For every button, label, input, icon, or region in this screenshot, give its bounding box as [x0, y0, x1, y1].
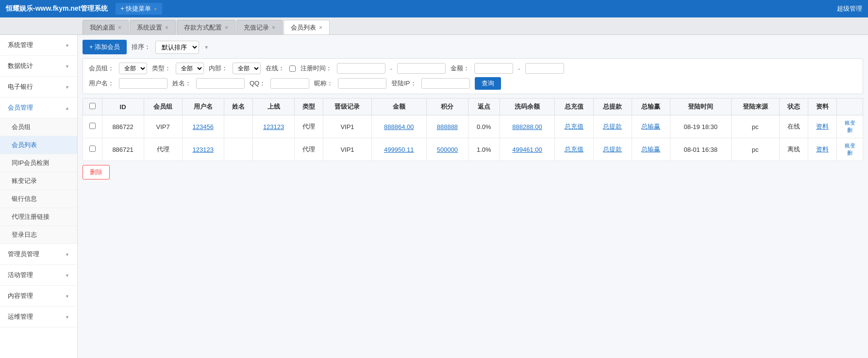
chevron-down-icon	[65, 314, 69, 320]
row-profile[interactable]: 资料	[808, 115, 837, 138]
sidebar-subitem-member-group[interactable]: 会员组	[0, 118, 77, 136]
close-icon[interactable]: ×	[272, 20, 275, 35]
th-type: 类型	[295, 98, 323, 115]
th-checkbox	[83, 98, 102, 115]
type-select[interactable]: 全部	[176, 63, 204, 74]
th-level-record: 晋级记录	[323, 98, 371, 115]
sidebar-subitem-ip-detect[interactable]: 同IP会员检测	[0, 154, 77, 172]
row-rebate: 0.0%	[468, 115, 500, 138]
row-extra[interactable]: 账变删	[837, 138, 863, 161]
row-id: 886721	[102, 138, 144, 161]
group-select[interactable]: 全部	[119, 63, 147, 74]
reg-time-end-input[interactable]	[397, 63, 446, 74]
row-level-record: VIP1	[323, 138, 371, 161]
sort-select[interactable]: 默认排序 ID升序 ID降序 金额升序 金额降序	[155, 41, 199, 54]
login-ip-filter-input[interactable]	[421, 78, 470, 89]
row-username[interactable]: 123456	[182, 115, 224, 138]
row-points[interactable]: 888888	[426, 115, 468, 138]
row-amount[interactable]: 499950.11	[371, 138, 426, 161]
close-icon[interactable]: ×	[165, 20, 168, 35]
row-checkbox[interactable]	[83, 138, 102, 161]
close-icon[interactable]: ×	[319, 20, 322, 35]
chevron-down-icon	[65, 84, 69, 90]
row-extra[interactable]: 账变删	[837, 115, 863, 138]
row-profile[interactable]: 资料	[808, 138, 837, 161]
quick-menu-label: + 快捷菜单	[120, 4, 151, 13]
th-parent: 上线	[253, 98, 295, 115]
quick-menu-button[interactable]: + 快捷菜单	[116, 3, 162, 15]
username-filter-input[interactable]	[119, 78, 167, 89]
close-icon[interactable]: ×	[118, 20, 121, 35]
row-amount[interactable]: 888864.00	[371, 115, 426, 138]
sidebar-item-stats[interactable]: 数据统计	[0, 56, 77, 77]
qq-filter-input[interactable]	[270, 78, 309, 89]
sidebar-item-admin[interactable]: 管理员管理	[0, 244, 77, 265]
member-submenu: 会员组 会员列表 同IP会员检测 账变记录 银行信息 代理注册链接 登录日志	[0, 118, 77, 244]
row-points[interactable]: 500000	[426, 138, 468, 161]
row-checkbox[interactable]	[83, 115, 102, 138]
reg-time-start-input[interactable]	[337, 63, 385, 74]
close-icon[interactable]: ×	[225, 20, 228, 35]
table-row: 886721 代理 123123 代理 VIP1 499950.11 50000…	[83, 138, 863, 161]
row-total-winloss[interactable]: 总输赢	[632, 115, 670, 138]
filter-row-1: 会员组： 全部 类型： 全部 内部： 全部 在线： 注册时间： - 金额	[89, 63, 857, 74]
realname-filter-input[interactable]	[196, 78, 245, 89]
sidebar-subitem-agent-link[interactable]: 代理注册链接	[0, 208, 77, 226]
type-label: 类型：	[152, 64, 171, 73]
row-wash-balance[interactable]: 499461.00	[500, 138, 554, 161]
row-wash-balance[interactable]: 888288.00	[500, 115, 554, 138]
tab-deposit-config[interactable]: 存款方式配置 ×	[177, 20, 235, 34]
tab-label: 充值记录	[244, 20, 269, 35]
nickname-filter-input[interactable]	[338, 78, 386, 89]
tab-my-desk[interactable]: 我的桌面 ×	[83, 20, 129, 34]
row-total-winloss[interactable]: 总输赢	[632, 138, 670, 161]
username-filter-label: 用户名：	[89, 79, 114, 88]
th-extra	[837, 98, 863, 115]
add-member-button[interactable]: + 添加会员	[83, 40, 127, 54]
sidebar-subitem-account-change[interactable]: 账变记录	[0, 172, 77, 190]
top-header: 恒耀娱乐-www.fkym.net管理系统 + 快捷菜单 超级管理	[0, 0, 868, 17]
row-total-recharge[interactable]: 总充值	[555, 115, 593, 138]
sidebar-item-system[interactable]: 系统管理	[0, 35, 77, 56]
sidebar-item-activity[interactable]: 活动管理	[0, 265, 77, 286]
internal-select[interactable]: 全部	[233, 63, 261, 74]
sidebar-subitem-bank-info[interactable]: 银行信息	[0, 190, 77, 208]
sidebar-item-ebank[interactable]: 电子银行	[0, 77, 77, 98]
amount-label: 金额：	[451, 64, 469, 73]
row-parent[interactable]: 123123	[253, 115, 295, 138]
amount-start-input[interactable]	[474, 63, 513, 74]
row-status: 在线	[779, 115, 808, 138]
sidebar-item-content[interactable]: 内容管理	[0, 286, 77, 307]
data-table: ID 会员组 用户名 姓名 上线 类型 晋级记录 金额 积分 返点 洗码余额 总…	[83, 98, 863, 161]
sidebar-subitem-member-list[interactable]: 会员列表	[0, 136, 77, 154]
select-all-checkbox[interactable]	[89, 103, 96, 109]
query-button[interactable]: 查询	[475, 77, 501, 90]
row-total-withdraw[interactable]: 总提款	[593, 115, 632, 138]
sidebar-label: 活动管理	[8, 271, 33, 279]
table-row: 886722 VIP7 123456 123123 代理 VIP1 888864…	[83, 115, 863, 138]
sidebar-subitem-login-log[interactable]: 登录日志	[0, 226, 77, 244]
sidebar-label: 管理员管理	[8, 250, 39, 259]
main-content: + 添加会员 排序： 默认排序 ID升序 ID降序 金额升序 金额降序 ▼ 会员…	[78, 35, 868, 358]
table-header-row: ID 会员组 用户名 姓名 上线 类型 晋级记录 金额 积分 返点 洗码余额 总…	[83, 98, 863, 115]
delete-button[interactable]: 删除	[83, 165, 110, 179]
row-login-source: pc	[731, 138, 779, 161]
tab-recharge-records[interactable]: 充值记录 ×	[236, 20, 283, 34]
row-total-withdraw[interactable]: 总提款	[593, 138, 632, 161]
amount-end-input[interactable]	[525, 63, 564, 74]
row-total-recharge[interactable]: 总充值	[555, 138, 593, 161]
chevron-up-icon	[65, 105, 69, 111]
online-checkbox[interactable]	[289, 65, 296, 72]
row-login-source: pc	[731, 115, 779, 138]
sidebar-item-member[interactable]: 会员管理	[0, 98, 77, 118]
amount-dash: -	[518, 65, 520, 72]
tab-member-list[interactable]: 会员列表 ×	[284, 20, 330, 34]
tab-label: 我的桌面	[90, 20, 115, 35]
row-parent[interactable]	[253, 138, 295, 161]
row-username[interactable]: 123123	[182, 138, 224, 161]
sidebar-item-ops[interactable]: 运维管理	[0, 307, 77, 327]
th-id: ID	[102, 98, 144, 115]
tab-system-settings[interactable]: 系统设置 ×	[130, 20, 176, 34]
chevron-down-icon	[65, 252, 69, 257]
sidebar-label: 系统管理	[8, 41, 33, 49]
